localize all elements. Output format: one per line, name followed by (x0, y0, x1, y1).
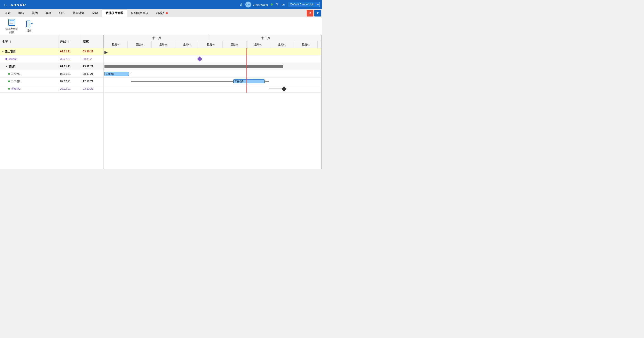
task-start-cell: 02.11.21 (58, 65, 81, 68)
task-start-cell: 09.12.21 (58, 80, 81, 83)
refresh-button[interactable]: ↺ (306, 10, 314, 16)
task-end-cell: 17.12.21 (81, 80, 104, 83)
phase-summary-bar[interactable] (104, 65, 283, 68)
phase-name: 阶段1 (8, 65, 16, 68)
col-header-start: 开始 ⋮ (58, 35, 81, 48)
task-end-cell: 23.12.21 (81, 65, 104, 68)
toolbar-right-buttons: ↺ ▼ (306, 10, 321, 16)
phase-end-date: 23.12.21 (83, 65, 94, 68)
project-end-date: 03.10.22 (83, 50, 94, 53)
project-start-date: 02.11.21 (60, 50, 71, 53)
gantt-row-milestone2 (104, 85, 322, 93)
task-start-cell: 02.11.21 (58, 50, 81, 53)
gantt-header: 十一月 十二月 星期44 星期45 星期46 星期47 星期48 星期49 星期… (104, 35, 322, 48)
task-list: ▼ 景山项目 02.11.21 03.10.22 里程碑1 30.11 (0, 48, 104, 169)
backlog-icon (8, 18, 16, 26)
task-dot (8, 80, 10, 82)
milestone-dot (6, 58, 7, 60)
tab-detail[interactable]: 细节 (55, 9, 69, 17)
milestone1-diamond[interactable] (197, 56, 202, 62)
gantt-panel: 十一月 十二月 星期44 星期45 星期46 星期47 星期48 星期49 星期… (104, 35, 322, 169)
expand-button[interactable]: ▼ (314, 10, 321, 16)
theme-selector[interactable]: Default Cando Light (288, 2, 320, 7)
gantt-row-work2: 工作包2 (104, 78, 322, 85)
week-44: 星期44 (104, 41, 128, 48)
work-end-date: 17.12.21 (83, 80, 94, 83)
task-name-cell: 工作包2 (0, 79, 58, 83)
svg-rect-3 (10, 23, 13, 24)
ribbon-backlog[interactable]: 待开发功能列表 (4, 17, 20, 35)
task-dot (8, 73, 10, 75)
home-button[interactable]: ⌂ (2, 1, 8, 8)
task-name-cell: ▼ 景山项目 (0, 50, 58, 53)
top-navigation: ⌂ cando ↓| CW Chen Wang ? ✉ Default Cand… (0, 0, 322, 9)
table-row[interactable]: 工作包2 09.12.21 17.12.21 (0, 78, 104, 85)
tab-special[interactable]: 特别项目事项 (127, 9, 152, 17)
user-menu[interactable]: CW Chen Wang (245, 1, 268, 7)
tab-edit[interactable]: 编辑 (14, 9, 28, 17)
gantt-month-row: 十一月 十二月 (104, 35, 322, 41)
tab-start[interactable]: 开始 (1, 9, 14, 17)
milestone-start-date: 23.12.21 (60, 87, 71, 90)
work-start-date: 02.11.21 (60, 72, 71, 75)
nav-right-section: ↓| CW Chen Wang ? ✉ Default Cando Light (239, 1, 320, 7)
tab-baseline[interactable]: 基本计划 (69, 9, 88, 17)
work-end-date: 08.11.21 (83, 72, 94, 75)
table-row[interactable]: 工作包1 02.11.21 08.11.21 (0, 70, 104, 78)
task-end-cell: 03.10.22 (81, 50, 104, 53)
svg-rect-1 (10, 20, 14, 21)
table-row[interactable]: 里程碑1 30.11.21 30.11.2 (0, 55, 104, 63)
task-name-cell: 里程碑1 (0, 57, 58, 61)
tab-finance[interactable]: 金融 (88, 9, 102, 17)
col-drag-name[interactable]: ⋮ (8, 39, 12, 44)
week-47: 星期47 (175, 41, 199, 48)
work-name: 工作包1 (11, 72, 20, 76)
help-icon[interactable]: ? (276, 2, 278, 7)
gantt-row-milestone1 (104, 55, 322, 63)
gantt-week-row: 星期44 星期45 星期46 星期47 星期48 星期49 星期50 星期51 … (104, 41, 322, 48)
table-row[interactable]: ▼ 阶段1 02.11.21 23.12.21 (0, 63, 104, 70)
work2-bar[interactable]: 工作包2 (233, 79, 264, 83)
work-name: 工作包2 (11, 79, 20, 83)
col-header-name: 名字 ⋮ (0, 35, 58, 48)
table-row[interactable]: 里程碑2 23.12.21 23.12.21 (0, 85, 104, 93)
gantt-row-work1: 工作包1 (104, 70, 322, 78)
toolbar-tabs: 开始 编辑 视图 表格 细节 基本计划 金融 敏捷项目管理 特别项目事项 机器人… (0, 9, 322, 17)
milestone2-diamond[interactable] (282, 86, 287, 91)
task-name-cell: 里程碑2 (0, 87, 58, 91)
table-row[interactable]: ▼ 景山项目 02.11.21 03.10.22 (0, 48, 104, 55)
task-end-cell: 08.11.21 (81, 72, 104, 75)
ribbon: 待开发功能列表 退出 (0, 17, 322, 35)
ribbon-exit[interactable]: 退出 (23, 19, 35, 33)
week-52: 星期52 (294, 41, 318, 48)
tab-table[interactable]: 表格 (42, 9, 55, 17)
user-name: Chen Wang (252, 3, 268, 6)
svg-rect-2 (10, 22, 14, 22)
task-name-cell: 工作包1 (0, 72, 58, 76)
milestone-name: 里程碑2 (11, 87, 20, 91)
export-icon[interactable]: ↓| (239, 2, 243, 7)
task-end-cell: 30.11.2 (81, 57, 104, 60)
task-start-cell: 30.11.21 (58, 57, 81, 60)
expand-arrow[interactable]: ▼ (2, 50, 4, 53)
task-start-cell: 23.12.21 (58, 87, 81, 90)
mail-icon[interactable]: ✉ (281, 2, 285, 7)
tab-robot[interactable]: 机器人 (152, 9, 172, 17)
robot-dot (166, 12, 168, 14)
work1-bar[interactable]: 工作包1 (104, 72, 129, 76)
gantt-resize-handle[interactable] (321, 35, 322, 169)
week-48: 星期48 (199, 41, 223, 48)
task-header: 名字 ⋮ 开始 ⋮ 结束 (0, 35, 104, 48)
col-drag-start[interactable]: ⋮ (67, 39, 70, 44)
week-50: 星期50 (246, 41, 270, 48)
main-content: 名字 ⋮ 开始 ⋮ 结束 ▼ 景山项目 02.11.21 (0, 35, 322, 169)
week-51: 星期51 (270, 41, 294, 48)
week-49: 星期49 (223, 41, 246, 48)
avatar: CW (245, 1, 251, 7)
task-end-cell: 23.12.21 (81, 87, 104, 90)
tab-view[interactable]: 视图 (28, 9, 42, 17)
today-line (246, 48, 247, 93)
expand-arrow[interactable]: ▼ (6, 65, 8, 68)
milestone-dot (8, 88, 10, 90)
tab-agile[interactable]: 敏捷项目管理 (102, 9, 127, 17)
